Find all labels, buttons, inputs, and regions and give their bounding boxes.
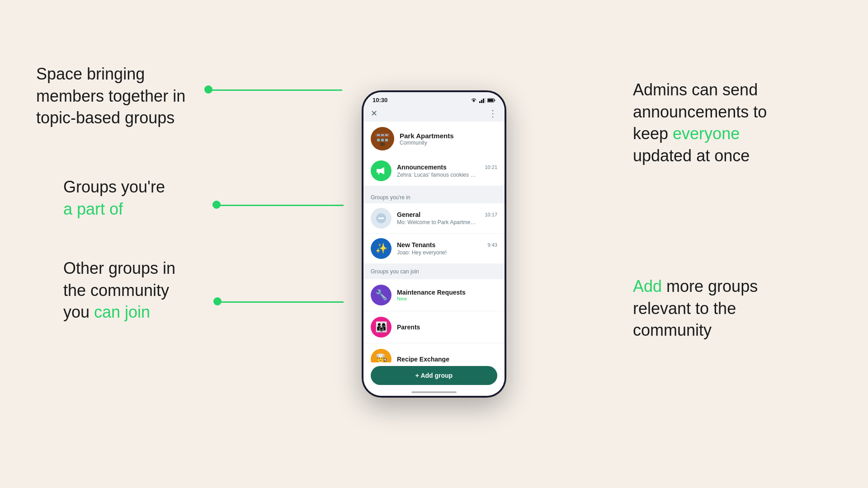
groups-join-section: 🔧 Maintenance Requests New 👨‍👩‍👧 Parents — [363, 279, 505, 362]
annotation-text-4: Admins can sendannouncements tokeep ever… — [633, 79, 841, 167]
svg-point-22 — [382, 217, 384, 219]
svg-rect-10 — [377, 139, 380, 141]
connector-dot-1 — [204, 85, 212, 94]
add-group-button[interactable]: + Add group — [371, 366, 497, 385]
group-newtenants-item[interactable]: ✨ New Tenants 9:43 Joao: Hey everyone! — [363, 234, 505, 264]
join-maintenance-avatar: 🔧 — [371, 285, 392, 305]
svg-rect-3 — [483, 99, 484, 103]
group-general-name: General — [397, 211, 420, 218]
annotation-text-1: Space bringing members together in topic… — [36, 63, 208, 129]
svg-rect-13 — [377, 134, 380, 136]
annotation-text-5: Add more groupsrelevant to thecommunity — [633, 276, 841, 342]
left-annotation-2: Groups you're a part of — [63, 176, 217, 220]
group-newtenants-preview: Joao: Hey everyone! — [397, 249, 478, 256]
svg-point-21 — [380, 217, 382, 219]
right-annotation-2: Add more groupsrelevant to thecommunity — [633, 276, 841, 342]
join-recipe-avatar: 👨‍🍳 — [371, 349, 392, 362]
announcements-content: Announcements 10:21 Zehra: Lucas' famous… — [397, 164, 497, 178]
status-time: 10:30 — [373, 97, 387, 103]
announcements-item[interactable]: Announcements 10:21 Zehra: Lucas' famous… — [363, 156, 505, 186]
maintenance-emoji: 🔧 — [375, 289, 387, 301]
scroll-content[interactable]: Announcements 10:21 Zehra: Lucas' famous… — [363, 156, 505, 362]
announcements-section: Announcements 10:21 Zehra: Lucas' famous… — [363, 156, 505, 186]
svg-rect-4 — [485, 98, 486, 103]
connector-dot-2 — [212, 201, 221, 209]
svg-rect-16 — [380, 142, 385, 146]
svg-rect-7 — [495, 99, 495, 101]
svg-rect-18 — [378, 173, 380, 174]
connector-line-1 — [209, 89, 342, 91]
chat-bubble-icon — [375, 212, 387, 224]
community-avatar — [371, 127, 394, 150]
group-newtenants-content: New Tenants 9:43 Joao: Hey everyone! — [397, 241, 497, 256]
group-general-avatar — [371, 208, 392, 229]
svg-rect-12 — [385, 139, 388, 141]
group-general-name-row: General 10:17 — [397, 211, 497, 218]
svg-rect-17 — [377, 169, 378, 173]
announcements-time: 10:21 — [485, 164, 497, 170]
left-annotation-3: Other groups inthe communityyou can join — [63, 258, 235, 324]
group-newtenants-name: New Tenants — [397, 241, 435, 249]
community-info: Park Apartments Community — [400, 132, 497, 146]
group-general-time: 10:17 — [485, 212, 497, 217]
community-name: Park Apartments — [400, 132, 497, 140]
phone-body: 10:30 — [362, 90, 506, 398]
join-maintenance-name: Maintenance Requests — [397, 289, 466, 296]
group-newtenants-time: 9:43 — [488, 242, 497, 248]
svg-rect-14 — [381, 134, 384, 136]
join-maintenance-content: Maintenance Requests New — [397, 289, 466, 301]
right-annotation-1: Admins can sendannouncements tokeep ever… — [633, 79, 841, 167]
join-maintenance-badge: New — [397, 296, 466, 301]
parents-emoji: 👨‍👩‍👧 — [375, 321, 387, 333]
announcements-name-row: Announcements 10:21 — [397, 164, 497, 171]
status-bar: 10:30 — [363, 92, 505, 105]
connector-line-2 — [217, 205, 344, 206]
svg-rect-2 — [481, 100, 482, 103]
wifi-icon — [470, 98, 477, 103]
close-button[interactable]: ✕ — [371, 108, 377, 118]
community-subtitle: Community — [400, 140, 497, 146]
left-annotation-1: Space bringing members together in topic… — [36, 63, 208, 129]
section-label-in: Groups you're in — [363, 190, 505, 203]
status-icons — [470, 98, 495, 103]
svg-rect-6 — [488, 99, 493, 102]
signal-icon — [479, 98, 486, 103]
battery-icon — [487, 98, 495, 103]
group-general-content: General 10:17 Mo: Welcome to Park Apartm… — [397, 211, 497, 225]
building-icon — [373, 130, 392, 148]
groups-in-section: General 10:17 Mo: Welcome to Park Apartm… — [363, 203, 505, 264]
svg-marker-0 — [472, 99, 475, 102]
community-header[interactable]: Park Apartments Community — [363, 122, 505, 156]
phone-mockup: 10:30 — [362, 90, 506, 398]
announcements-preview: Zehra: Lucas' famous cookies are... — [397, 172, 478, 178]
svg-rect-11 — [381, 139, 384, 141]
group-general-preview: Mo: Welcome to Park Apartments! — [397, 219, 478, 225]
recipe-emoji: 👨‍🍳 — [375, 353, 387, 362]
join-parents-item[interactable]: 👨‍👩‍👧 Parents — [363, 311, 505, 343]
megaphone-icon — [375, 165, 387, 177]
annotation-text-3: Other groups inthe communityyou can join — [63, 258, 235, 324]
svg-rect-1 — [479, 101, 481, 103]
join-recipe-item[interactable]: 👨‍🍳 Recipe Exchange — [363, 343, 505, 362]
phone-screen: 10:30 — [363, 92, 505, 396]
section-label-join: Groups you can join — [363, 264, 505, 277]
newtenants-emoji: ✨ — [375, 243, 387, 254]
group-newtenants-name-row: New Tenants 9:43 — [397, 241, 497, 249]
menu-button[interactable]: ⋮ — [488, 108, 497, 119]
connector-dot-3 — [213, 297, 222, 305]
connector-line-3 — [218, 301, 344, 303]
join-maintenance-item[interactable]: 🔧 Maintenance Requests New — [363, 279, 505, 311]
app-header: ✕ ⋮ — [363, 105, 505, 122]
group-general-item[interactable]: General 10:17 Mo: Welcome to Park Apartm… — [363, 203, 505, 234]
svg-point-20 — [378, 217, 380, 219]
svg-rect-15 — [385, 134, 388, 136]
announcements-name: Announcements — [397, 164, 447, 171]
home-indicator — [363, 389, 505, 396]
home-bar — [411, 391, 457, 393]
join-recipe-name: Recipe Exchange — [397, 356, 449, 362]
annotation-text-2: Groups you're a part of — [63, 176, 217, 220]
add-group-bar: + Add group — [363, 362, 505, 389]
join-parents-name: Parents — [397, 324, 420, 331]
group-newtenants-avatar: ✨ — [371, 238, 392, 259]
join-parents-avatar: 👨‍👩‍👧 — [371, 317, 392, 338]
